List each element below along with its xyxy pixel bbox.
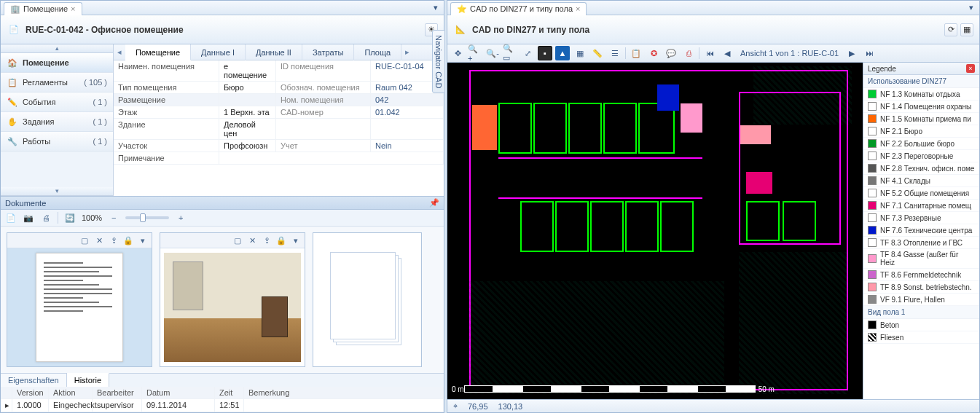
legend-item[interactable]: NF 1.3 Комнаты отдыха bbox=[863, 88, 979, 101]
prop-value[interactable]: Деловой цен bbox=[219, 119, 276, 139]
lock-icon[interactable]: 🔒 bbox=[122, 235, 134, 246]
mini-tab-properties[interactable]: Eigenschaften bbox=[1, 374, 67, 387]
tab-cad[interactable]: ⭐ CAD по DIN277 и типу пола × bbox=[450, 2, 587, 15]
layers-icon[interactable]: ☰ bbox=[608, 46, 622, 60]
zoom-slider[interactable] bbox=[125, 216, 169, 219]
more-icon[interactable]: ▾ bbox=[290, 235, 302, 246]
open-icon[interactable]: ▢ bbox=[79, 235, 90, 246]
refresh-button[interactable]: ⟳ bbox=[944, 23, 957, 36]
legend-item[interactable]: NF 2.3 Переговорные bbox=[863, 150, 979, 162]
sidebar-collapse-down[interactable]: ▾ bbox=[1, 187, 113, 196]
refresh-icon[interactable]: 🔄 bbox=[64, 212, 76, 224]
first-view-icon[interactable]: ⏮ bbox=[702, 46, 717, 60]
last-view-icon[interactable]: ⏭ bbox=[862, 46, 877, 60]
col-expand[interactable] bbox=[1, 387, 12, 398]
doc-thumb-new[interactable] bbox=[313, 232, 422, 367]
col-version[interactable]: Version bbox=[12, 387, 49, 398]
legend-item[interactable]: NF 2.8 Технич. офисн. поме bbox=[863, 162, 979, 175]
dtab-area[interactable]: Площа bbox=[354, 44, 401, 60]
next-view-icon[interactable]: ▶ bbox=[844, 46, 859, 60]
doc-thumb-1[interactable]: ▢ ✕ ⇪ 🔒 ▾ bbox=[7, 232, 152, 367]
select-area-icon[interactable]: ▦ bbox=[573, 46, 587, 60]
sidebar-collapse-up[interactable]: ▴ bbox=[1, 44, 113, 53]
legend-item[interactable]: Beton bbox=[863, 319, 979, 331]
prop-value[interactable]: 01.042 bbox=[371, 106, 444, 118]
more-icon[interactable]: ▾ bbox=[137, 235, 149, 246]
legend-item[interactable]: NF 2.1 Бюро bbox=[863, 125, 979, 138]
sidebar-item-events[interactable]: ✏️ События ( 1 ) bbox=[1, 93, 113, 112]
navigator-cad-tab[interactable]: Navigator CAD bbox=[432, 30, 445, 93]
sidebar-item-regulations[interactable]: 📋 Регламенты ( 105 ) bbox=[1, 73, 113, 93]
legend-item[interactable]: TF 8.9 Sonst. betriebstechn. bbox=[863, 281, 979, 294]
dtab-room[interactable]: Помещение bbox=[125, 44, 191, 60]
doc-thumb-2[interactable]: ▢ ✕ ⇪ 🔒 ▾ bbox=[160, 232, 305, 367]
export-icon[interactable]: ⇪ bbox=[108, 235, 119, 246]
prop-value[interactable]: Nein bbox=[371, 140, 444, 152]
prop-value[interactable]: 042 bbox=[371, 94, 444, 106]
cad-viewport[interactable]: 0 m 50 m Legende × Использование DIN277 … bbox=[447, 63, 979, 399]
camera-icon[interactable]: 📷 bbox=[23, 212, 34, 224]
legend-item[interactable]: NF 2.2 Большие бюро bbox=[863, 138, 979, 150]
bg-toggle-icon[interactable]: ▪ bbox=[538, 46, 552, 60]
legend-item[interactable]: NF 4.1 Склады bbox=[863, 175, 979, 187]
copy-icon[interactable]: 📋 bbox=[629, 46, 643, 60]
dtab-costs[interactable]: Затраты bbox=[302, 44, 355, 60]
legend-item[interactable]: TF 8.4 Gasse (außer für Heiz bbox=[863, 249, 979, 269]
legend-close-icon[interactable]: × bbox=[966, 64, 975, 73]
sidebar-item-tasks[interactable]: ✋ Задания ( 1 ) bbox=[1, 112, 113, 132]
annotate-icon[interactable]: ✪ bbox=[646, 46, 661, 60]
tab-dropdown-icon[interactable]: ▾ bbox=[431, 3, 441, 12]
export-icon[interactable]: ⇪ bbox=[261, 235, 273, 246]
open-icon[interactable]: ▢ bbox=[232, 235, 243, 246]
measure-icon[interactable]: 📏 bbox=[590, 46, 605, 60]
tab-dropdown-icon[interactable]: ▾ bbox=[966, 3, 976, 12]
legend-item[interactable]: NF 7.3 Резервные bbox=[863, 212, 979, 224]
prev-view-icon[interactable]: ◀ bbox=[720, 46, 734, 60]
zoom-out-icon[interactable]: 🔍- bbox=[485, 46, 500, 60]
legend-item[interactable]: TF 8.3 Отопление и ГВС bbox=[863, 237, 979, 249]
col-time[interactable]: Zeit bbox=[215, 387, 244, 398]
delete-icon[interactable]: ✕ bbox=[246, 235, 258, 246]
prop-value[interactable]: Профсоюзн bbox=[219, 140, 276, 152]
legend-item[interactable]: NF 5.2 Общие помещения bbox=[863, 187, 979, 200]
delete-icon[interactable]: ✕ bbox=[93, 235, 105, 246]
tab-room[interactable]: 🏢 Помещение × bbox=[4, 2, 82, 15]
legend-item[interactable]: NF 1.4 Помещения охраны bbox=[863, 101, 979, 113]
prop-value[interactable]: 1 Верхн. эта bbox=[219, 106, 276, 118]
prop-value[interactable]: Бюро bbox=[219, 82, 276, 93]
zoom-out-icon[interactable]: − bbox=[108, 212, 119, 224]
dtab-data1[interactable]: Данные I bbox=[191, 44, 246, 60]
sidebar-item-room[interactable]: 🏠 Помещение bbox=[1, 53, 113, 73]
zoom-in-icon[interactable]: 🔍+ bbox=[468, 46, 482, 60]
close-icon[interactable]: × bbox=[576, 4, 580, 13]
pointer-icon[interactable]: ▲ bbox=[555, 46, 570, 60]
prop-value[interactable]: е помещение bbox=[219, 60, 276, 81]
comment-icon[interactable]: 💬 bbox=[664, 46, 678, 60]
col-user[interactable]: Bearbeiter bbox=[93, 387, 142, 398]
legend-item[interactable]: NF 1.5 Комнаты приема пи bbox=[863, 113, 979, 125]
dtab-data2[interactable]: Данные II bbox=[246, 44, 302, 60]
expand-icon[interactable]: ▸ bbox=[1, 399, 12, 412]
pan-icon[interactable]: ✥ bbox=[450, 46, 465, 60]
export-pdf-icon[interactable]: ⎙ bbox=[681, 46, 696, 60]
sidebar-item-works[interactable]: 🔧 Работы ( 1 ) bbox=[1, 132, 113, 152]
legend-item[interactable]: Fliesen bbox=[863, 331, 979, 344]
col-date[interactable]: Datum bbox=[142, 387, 215, 398]
tabs-scroll-right-icon[interactable]: ▸ bbox=[401, 47, 413, 57]
close-icon[interactable]: × bbox=[71, 4, 75, 13]
pin-icon[interactable]: 📌 bbox=[429, 198, 439, 208]
prop-value[interactable] bbox=[219, 152, 444, 164]
history-row[interactable]: ▸ 1.0000 Eingecheckt supervisor 09.11.20… bbox=[1, 399, 444, 412]
add-doc-icon[interactable]: 📄 bbox=[5, 212, 17, 224]
col-action[interactable]: Aktion bbox=[49, 387, 93, 398]
zoom-extent-icon[interactable]: ⤢ bbox=[520, 46, 535, 60]
settings-button[interactable]: ▦ bbox=[960, 23, 973, 36]
col-note[interactable]: Bemerkung bbox=[244, 387, 444, 398]
legend-item[interactable]: TF 8.6 Fernmeldetechnik bbox=[863, 269, 979, 281]
zoom-window-icon[interactable]: 🔍▭ bbox=[503, 46, 517, 60]
legend-item[interactable]: VF 9.1 Flure, Hallen bbox=[863, 294, 979, 306]
tabs-scroll-left-icon[interactable]: ◂ bbox=[114, 47, 125, 57]
legend-item[interactable]: NF 7.6 Технические центра bbox=[863, 224, 979, 237]
scanner-icon[interactable]: 🖨 bbox=[40, 212, 52, 224]
lock-icon[interactable]: 🔒 bbox=[275, 235, 287, 246]
